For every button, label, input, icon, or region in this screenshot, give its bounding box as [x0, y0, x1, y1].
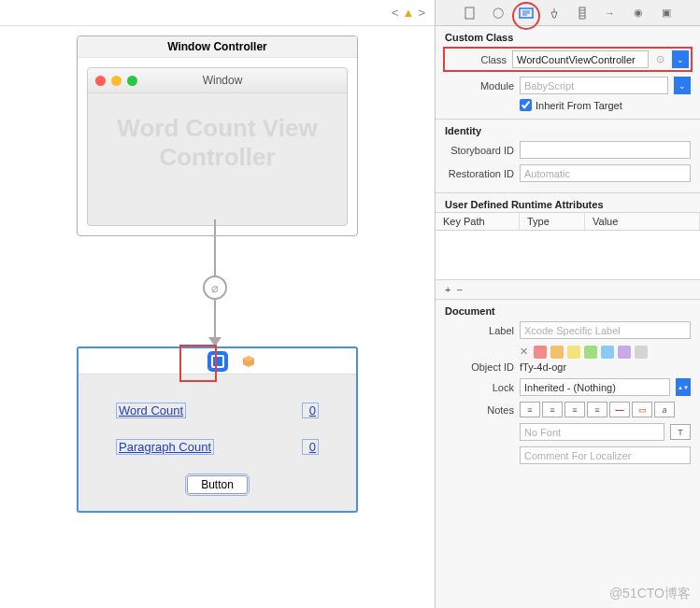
- runtime-add-remove: +−: [436, 279, 700, 299]
- align-right-icon[interactable]: ≡: [564, 402, 585, 417]
- paragraph-count-row: Paragraph Count 0: [116, 439, 319, 455]
- back-chevron-icon[interactable]: <: [392, 6, 399, 20]
- storyboard-canvas[interactable]: < ▲ > Window Controller Window Word Coun…: [0, 0, 436, 608]
- forward-chevron-icon[interactable]: >: [418, 6, 425, 20]
- lock-label: Lock: [445, 382, 514, 393]
- notes-label: Notes: [445, 404, 514, 416]
- col-type[interactable]: Type: [520, 213, 585, 230]
- doc-label-label: Label: [445, 325, 514, 336]
- word-count-value[interactable]: 0: [302, 403, 319, 418]
- minimize-icon[interactable]: [111, 76, 121, 86]
- color-swatch[interactable]: [567, 346, 580, 359]
- clear-color-icon[interactable]: ✕: [520, 346, 528, 359]
- lock-stepper-icon[interactable]: ▲▼: [676, 378, 691, 396]
- color-swatch[interactable]: [550, 346, 564, 359]
- zoom-icon[interactable]: [127, 76, 137, 86]
- restoration-id-field[interactable]: Automatic: [520, 164, 691, 182]
- word-count-label[interactable]: Word Count: [116, 403, 186, 418]
- view-controller-icon[interactable]: [207, 351, 228, 372]
- align-justify-icon[interactable]: ≡: [587, 402, 607, 417]
- paragraph-count-value[interactable]: 0: [302, 439, 319, 455]
- svg-rect-0: [465, 7, 474, 19]
- bindings-inspector-tab-icon[interactable]: ◉: [631, 6, 646, 21]
- align-center-icon[interactable]: ≡: [542, 402, 563, 417]
- restoration-id-label: Restoration ID: [445, 168, 514, 179]
- storyboard-id-label: Storyboard ID: [445, 145, 514, 156]
- module-label: Module: [445, 80, 514, 92]
- remove-attribute-icon[interactable]: −: [456, 284, 467, 295]
- align-left-icon[interactable]: ≡: [520, 402, 540, 417]
- class-field[interactable]: WordCountViewController: [512, 50, 649, 68]
- storyboard-id-field[interactable]: [520, 141, 691, 159]
- action-button[interactable]: Button: [187, 475, 248, 494]
- window-controller-scene[interactable]: Window Controller Window Word Count View…: [77, 35, 358, 236]
- view-controller-scene[interactable]: Word Count 0 Paragraph Count 0 Button: [77, 346, 358, 513]
- size-inspector-tab-icon[interactable]: [575, 6, 590, 21]
- color-swatch[interactable]: [601, 346, 614, 359]
- segue-arrow-icon: [208, 337, 221, 346]
- doc-label-field[interactable]: Xcode Specific Label: [520, 321, 691, 339]
- window-title-label: Window: [143, 74, 302, 87]
- color-swatch[interactable]: [534, 346, 547, 359]
- module-field[interactable]: BabyScript: [520, 77, 668, 94]
- font-field[interactable]: No Font: [520, 423, 664, 441]
- segue-icon[interactable]: ⌀: [203, 276, 227, 300]
- add-attribute-icon[interactable]: +: [445, 284, 456, 295]
- close-icon[interactable]: [95, 76, 106, 86]
- window-titlebar: Window: [88, 68, 347, 93]
- custom-class-header: Custom Class: [436, 26, 700, 45]
- runtime-header: User Defined Runtime Attributes: [436, 193, 700, 212]
- scene-dock[interactable]: [79, 348, 356, 375]
- notes-toolbar: ≡ ≡ ≡ ≡ — ▭ a: [520, 402, 675, 417]
- document-section: Document Label Xcode Specific Label ✕ Ob…: [436, 300, 700, 474]
- inspector-panel: ◯ → ◉ ▣ Custom Class Class WordCountView…: [436, 0, 700, 608]
- strike-icon[interactable]: —: [609, 402, 630, 417]
- object-id-value: fTy-4d-ogr: [520, 361, 691, 373]
- object-id-label: Object ID: [445, 361, 514, 373]
- inherit-label: Inherit From Target: [536, 100, 622, 111]
- inspector-tabs: ◯ → ◉ ▣: [436, 0, 700, 26]
- col-keypath[interactable]: Key Path: [436, 213, 520, 230]
- window-controller-title: Window Controller: [78, 36, 357, 58]
- runtime-table-body[interactable]: [436, 231, 700, 279]
- color-swatch[interactable]: [618, 346, 631, 359]
- clear-class-icon[interactable]: ⊙: [654, 53, 666, 65]
- col-value[interactable]: Value: [585, 213, 700, 230]
- file-inspector-tab-icon[interactable]: [463, 6, 478, 21]
- identity-header: Identity: [436, 120, 700, 138]
- content-placeholder: Word Count View Controller: [88, 93, 347, 192]
- inherit-checkbox-row[interactable]: Inherit From Target: [436, 97, 700, 111]
- first-responder-icon[interactable]: [242, 355, 255, 368]
- identity-section: Identity Storyboard ID Restoration ID Au…: [436, 120, 700, 193]
- color-swatch[interactable]: [584, 346, 597, 359]
- comment-field[interactable]: Comment For Localizer: [520, 446, 691, 464]
- document-header: Document: [436, 300, 700, 318]
- runtime-table-header: Key Path Type Value: [436, 212, 700, 231]
- class-label: Class: [447, 54, 507, 65]
- color-swatch[interactable]: [635, 346, 648, 359]
- help-inspector-tab-icon[interactable]: ◯: [491, 6, 506, 21]
- module-dropdown-icon[interactable]: ⌄: [674, 77, 691, 94]
- annotation-highlight-class-field: Class WordCountViewController ⊙ ⌄: [443, 47, 693, 72]
- lock-select[interactable]: Inherited - (Nothing): [520, 378, 670, 396]
- effects-inspector-tab-icon[interactable]: ▣: [659, 6, 674, 21]
- paragraph-count-label[interactable]: Paragraph Count: [116, 439, 214, 455]
- identity-inspector-tab-icon[interactable]: [519, 6, 534, 21]
- font-picker-icon[interactable]: T: [670, 424, 691, 440]
- connections-inspector-tab-icon[interactable]: →: [603, 6, 618, 21]
- italic-icon[interactable]: a: [654, 402, 675, 417]
- inherit-checkbox[interactable]: [520, 99, 532, 111]
- box-icon[interactable]: ▭: [632, 402, 652, 417]
- class-dropdown-icon[interactable]: ⌄: [672, 50, 689, 68]
- warning-icon[interactable]: ▲: [403, 6, 415, 20]
- window-object[interactable]: Window Word Count View Controller: [87, 67, 348, 226]
- view-body[interactable]: Word Count 0 Paragraph Count 0 Button: [79, 375, 356, 511]
- word-count-row: Word Count 0: [116, 403, 319, 418]
- attributes-inspector-tab-icon[interactable]: [547, 6, 562, 21]
- runtime-section: User Defined Runtime Attributes Key Path…: [436, 193, 700, 300]
- label-color-swatches: ✕: [436, 342, 700, 359]
- custom-class-section: Custom Class Class WordCountViewControll…: [436, 26, 700, 120]
- canvas-topbar: < ▲ >: [0, 0, 435, 26]
- watermark: @51CTO博客: [609, 586, 691, 602]
